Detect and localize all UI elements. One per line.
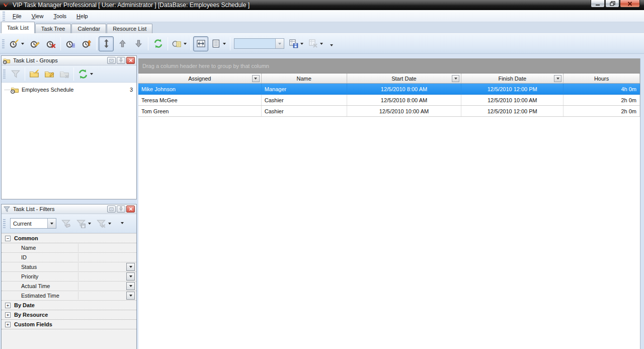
tab-task-list[interactable]: Task List xyxy=(1,22,35,33)
panel-close-button[interactable] xyxy=(126,57,135,64)
filter-row-name[interactable]: Name xyxy=(2,243,136,253)
expand-icon[interactable]: + xyxy=(5,322,11,327)
filter-row-status-dropdown[interactable] xyxy=(126,263,135,271)
filter-section-by-date[interactable]: +By Date xyxy=(2,301,136,310)
column-filter-button[interactable] xyxy=(452,75,459,82)
task-cell: Manager xyxy=(262,84,347,94)
filter-grid-divider xyxy=(78,244,78,252)
filter-button[interactable] xyxy=(9,67,23,81)
toolbar-grip[interactable] xyxy=(3,69,6,79)
task-cell: 12/5/2010 10:00 AM xyxy=(461,95,564,105)
column-header-hours[interactable]: Hours xyxy=(564,74,640,83)
panel-close-button[interactable] xyxy=(126,205,135,213)
expand-icon[interactable]: + xyxy=(5,312,11,318)
filter-row-actual-time-dropdown[interactable] xyxy=(126,282,135,290)
delete-group-button[interactable] xyxy=(57,67,71,81)
menu-file[interactable]: File xyxy=(8,12,27,21)
titlebar[interactable]: VIP Task Manager Professional [ User: Ad… xyxy=(0,0,644,10)
main-toolbar-overflow-button[interactable] xyxy=(326,40,335,50)
new-group-button[interactable] xyxy=(27,67,41,81)
tab-task-tree[interactable]: Task Tree xyxy=(35,24,71,33)
minimize-button[interactable] xyxy=(591,0,605,8)
new-task-button[interactable] xyxy=(8,36,26,51)
columns-button[interactable] xyxy=(209,36,228,51)
filter-save-button[interactable] xyxy=(74,217,93,231)
group-by-bar[interactable]: Drag a column header here to group by th… xyxy=(138,58,640,74)
grid-header-row: AssignedNameStart DateFinish DateHours xyxy=(138,74,640,84)
group-item-employees-schedule[interactable]: Employees Schedule 3 xyxy=(2,85,136,95)
toolbar-grip[interactable] xyxy=(3,12,5,21)
task-cell: Teresa McGee xyxy=(138,95,262,105)
filter-section-common[interactable]: −Common xyxy=(2,234,136,243)
filter-section-by-resource[interactable]: +By Resource xyxy=(2,310,136,320)
tab-resource-list[interactable]: Resource List xyxy=(107,24,152,33)
filter-section-custom-fields[interactable]: +Custom Fields xyxy=(2,320,136,329)
column-header-name[interactable]: Name xyxy=(262,74,347,83)
edit-group-button[interactable] xyxy=(42,67,56,81)
filter-row-label: Actual Time xyxy=(21,283,50,289)
column-header-label: Hours xyxy=(594,76,609,82)
filter-row-label: Status xyxy=(21,264,37,270)
move-down-button[interactable] xyxy=(131,36,146,51)
filter-row-estimated-time[interactable]: Estimated Time xyxy=(2,291,136,301)
task-list-button[interactable] xyxy=(63,36,78,51)
column-filter-button[interactable] xyxy=(554,75,561,82)
filter-row-estimated-time-dropdown[interactable] xyxy=(126,292,135,300)
groups-tree: Employees Schedule 3 xyxy=(2,83,136,199)
task-cell: 12/5/2010 12:00 PM xyxy=(461,84,564,94)
toolbar-grip[interactable] xyxy=(2,39,5,48)
expand-icon[interactable]: + xyxy=(5,303,11,308)
edit-task-button[interactable] xyxy=(27,36,42,51)
close-button[interactable] xyxy=(620,0,640,8)
delete-task-button[interactable] xyxy=(43,36,58,51)
filters-toolbar-overflow-button[interactable] xyxy=(114,216,128,230)
fit-columns-button[interactable] xyxy=(193,36,208,51)
filter-row-priority-dropdown[interactable] xyxy=(126,272,135,281)
delete-view-button[interactable] xyxy=(306,36,325,51)
group-item-count: 3 xyxy=(130,87,133,93)
task-row[interactable]: Mike JohnsonManager12/5/2010 8:00 AM12/5… xyxy=(138,84,640,95)
restore-button[interactable] xyxy=(605,0,619,8)
filter-row-actual-time[interactable]: Actual Time xyxy=(2,282,136,291)
combo-dropdown-icon[interactable] xyxy=(275,39,284,48)
panel-pin-button[interactable] xyxy=(117,57,125,64)
filter-row-priority[interactable]: Priority xyxy=(2,272,136,282)
filter-preset-combobox[interactable]: Current xyxy=(10,218,56,229)
view-preset-combobox[interactable] xyxy=(234,38,284,49)
task-group-icon xyxy=(3,57,11,64)
expand-rows-button[interactable] xyxy=(99,36,114,51)
task-priority-button[interactable] xyxy=(79,36,94,51)
move-up-button[interactable] xyxy=(115,36,130,51)
menu-tools[interactable]: Tools xyxy=(48,12,71,21)
filter-row-id[interactable]: ID xyxy=(2,253,136,262)
collapse-icon[interactable]: − xyxy=(5,236,11,241)
task-cell: 2h 0m xyxy=(564,106,640,116)
panel-restore-button[interactable] xyxy=(107,205,116,213)
save-view-button[interactable] xyxy=(287,36,305,51)
refresh-button[interactable] xyxy=(150,36,166,51)
filter-delete-button[interactable] xyxy=(94,217,113,231)
column-filter-button[interactable] xyxy=(252,75,260,82)
filters-panel-header: Task List - Filters xyxy=(2,204,136,214)
main-area: Drag a column header here to group by th… xyxy=(138,54,644,349)
export-button[interactable] xyxy=(170,36,189,51)
panel-pin-button[interactable] xyxy=(117,205,125,213)
task-priority-icon xyxy=(82,39,92,48)
combo-dropdown-icon[interactable] xyxy=(47,219,56,228)
refresh-button[interactable] xyxy=(76,67,95,81)
column-header-finish-date[interactable]: Finish Date xyxy=(461,74,564,83)
filter-clear-button[interactable] xyxy=(59,217,73,231)
filter-row-status[interactable]: Status xyxy=(2,262,136,272)
menu-view[interactable]: View xyxy=(27,12,49,21)
toolbar-grip[interactable] xyxy=(3,219,6,228)
panel-restore-button[interactable] xyxy=(107,57,116,64)
task-row[interactable]: Teresa McGeeCashier12/5/2010 8:00 AM12/5… xyxy=(138,95,640,106)
horizontal-splitter[interactable] xyxy=(1,199,137,204)
column-header-start-date[interactable]: Start Date xyxy=(347,74,462,83)
task-cell: Cashier xyxy=(262,95,347,105)
columns-icon xyxy=(211,39,221,48)
tab-calendar[interactable]: Calendar xyxy=(71,24,106,33)
menu-help[interactable]: Help xyxy=(71,12,93,21)
column-header-assigned[interactable]: Assigned xyxy=(138,74,262,83)
task-row[interactable]: Tom GreenCashier12/5/2010 10:00 AM12/5/2… xyxy=(138,106,640,117)
